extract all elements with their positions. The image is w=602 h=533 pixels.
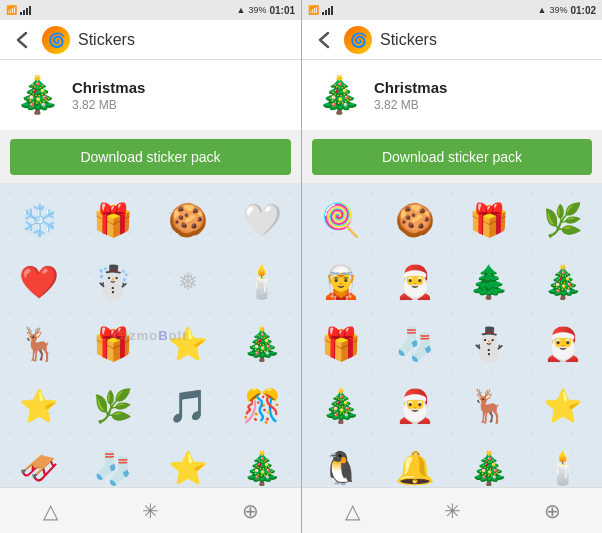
ornament-icon: ⊕ — [242, 499, 259, 523]
sticker-pack-size-right: 3.82 MB — [374, 98, 590, 112]
list-item: ❄️ — [4, 191, 74, 249]
list-item: ❅ — [153, 253, 223, 311]
status-left-right: 📶 — [308, 5, 333, 15]
status-left: 📶 — [6, 5, 31, 15]
list-item: 🍭 — [306, 191, 376, 249]
app-bar-title-left: Stickers — [78, 31, 135, 49]
nav-home-right[interactable]: △ — [332, 491, 372, 531]
list-item: 🎁 — [454, 191, 524, 249]
sticker-pack-name-left: Christmas — [72, 79, 289, 96]
back-button-left[interactable] — [10, 28, 34, 52]
list-item: 🕯️ — [227, 253, 297, 311]
status-time-right: 01:02 — [570, 5, 596, 16]
sim-icon-right: 📶 — [308, 5, 319, 15]
app-bar-right: 🌀 Stickers — [302, 20, 602, 60]
sim-icon: 📶 — [6, 5, 17, 15]
list-item: 🐧 — [306, 439, 376, 487]
back-button-right[interactable] — [312, 28, 336, 52]
list-item: 🌿 — [528, 191, 598, 249]
phone-panel-right: 📶 ▲ 39% 01:02 🌀 Stickers 🎄 Chris — [301, 0, 602, 533]
list-item: 🎅 — [528, 315, 598, 373]
list-item: 🍪 — [153, 191, 223, 249]
status-bar-left: 📶 ▲ 39% 01:01 — [0, 0, 301, 20]
list-item: 🦌 — [454, 377, 524, 435]
signal-bars-right — [322, 5, 333, 15]
status-right: ▲ 39% 01:01 — [236, 5, 295, 16]
list-item: 🛷 — [4, 439, 74, 487]
sticker-grid-area-right: 🍭 🍪 🎁 🌿 🧝 🎅 🌲 🎄 🎁 🧦 ⛄ 🎅 🎄 🎅 🦌 ⭐ 🐧 🔔 🎄 🕯️ — [302, 183, 602, 487]
nav-stickers-right[interactable]: ✳ — [432, 491, 472, 531]
list-item: 🎵 — [153, 377, 223, 435]
nav-settings-right[interactable]: ⊕ — [532, 491, 572, 531]
list-item: 🔔 — [380, 439, 450, 487]
christmas-tree-icon-left: 🎄 — [12, 70, 62, 120]
list-item: ⭐ — [153, 439, 223, 487]
list-item: ⭐ — [153, 315, 223, 373]
signal-bars — [20, 5, 31, 15]
status-right-right: ▲ 39% 01:02 — [537, 5, 596, 16]
list-item: 🦌 — [4, 315, 74, 373]
list-item: 🎁 — [78, 315, 148, 373]
app-bar-left: 🌀 Stickers — [0, 20, 301, 60]
sticker-pack-name-right: Christmas — [374, 79, 590, 96]
download-button-right[interactable]: Download sticker pack — [312, 139, 592, 175]
nav-stickers-left[interactable]: ✳ — [130, 491, 170, 531]
list-item: 🎊 — [227, 377, 297, 435]
christmas-tree-icon-right: 🎄 — [314, 70, 364, 120]
sticker-pack-info-right: Christmas 3.82 MB — [374, 79, 590, 112]
list-item: 🎄 — [528, 253, 598, 311]
snowflake-icon: ✳ — [142, 499, 159, 523]
bottom-nav-right: △ ✳ ⊕ — [302, 487, 602, 533]
list-item: 🎅 — [380, 253, 450, 311]
list-item: 🤍 — [227, 191, 297, 249]
list-item: 🕯️ — [528, 439, 598, 487]
bottom-nav-left: △ ✳ ⊕ — [0, 487, 301, 533]
nav-home-left[interactable]: △ — [30, 491, 70, 531]
triangle-icon-right: △ — [345, 499, 360, 523]
list-item: 🎅 — [380, 377, 450, 435]
sticker-grid-area-left: GizmoBolt ❄️ 🎁 🍪 🤍 ❤️ ☃️ ❅ 🕯️ 🦌 🎁 ⭐ 🎄 ⭐ … — [0, 183, 301, 487]
list-item: ⭐ — [528, 377, 598, 435]
list-item: 🎄 — [306, 377, 376, 435]
list-item: 🌿 — [78, 377, 148, 435]
sticker-pack-card-right: 🎄 Christmas 3.82 MB — [302, 60, 602, 131]
sticker-pack-size-left: 3.82 MB — [72, 98, 289, 112]
app-bar-title-right: Stickers — [380, 31, 437, 49]
sticker-pack-card-left: 🎄 Christmas 3.82 MB — [0, 60, 301, 131]
list-item: 🎄 — [227, 439, 297, 487]
list-item: 🧦 — [78, 439, 148, 487]
status-time: 01:01 — [269, 5, 295, 16]
list-item: 🌲 — [454, 253, 524, 311]
list-item: 🧦 — [380, 315, 450, 373]
triangle-icon: △ — [43, 499, 58, 523]
wifi-icon: ▲ — [236, 5, 245, 15]
sticker-grid-left: ❄️ 🎁 🍪 🤍 ❤️ ☃️ ❅ 🕯️ 🦌 🎁 ⭐ 🎄 ⭐ 🌿 🎵 🎊 🛷 🧦 … — [0, 183, 301, 487]
list-item: 🎁 — [78, 191, 148, 249]
phone-panel-left: 📶 ▲ 39% 01:01 🌀 Stickers 🎄 Chris — [0, 0, 301, 533]
battery-level: 39% — [248, 5, 266, 15]
list-item: ⭐ — [4, 377, 74, 435]
list-item: 🎄 — [454, 439, 524, 487]
download-button-left[interactable]: Download sticker pack — [10, 139, 291, 175]
list-item: ⛄ — [454, 315, 524, 373]
sticker-grid-right: 🍭 🍪 🎁 🌿 🧝 🎅 🌲 🎄 🎁 🧦 ⛄ 🎅 🎄 🎅 🦌 ⭐ 🐧 🔔 🎄 🕯️ — [302, 183, 602, 487]
ornament-icon-right: ⊕ — [544, 499, 561, 523]
status-bar-right: 📶 ▲ 39% 01:02 — [302, 0, 602, 20]
list-item: ☃️ — [78, 253, 148, 311]
list-item: 🎄 — [227, 315, 297, 373]
list-item: 🎁 — [306, 315, 376, 373]
list-item: 🧝 — [306, 253, 376, 311]
battery-level-right: 39% — [549, 5, 567, 15]
snowflake-icon-right: ✳ — [444, 499, 461, 523]
list-item: 🍪 — [380, 191, 450, 249]
list-item: ❤️ — [4, 253, 74, 311]
nav-settings-left[interactable]: ⊕ — [231, 491, 271, 531]
stickers-app-icon-right: 🌀 — [344, 26, 372, 54]
stickers-app-icon-left: 🌀 — [42, 26, 70, 54]
sticker-pack-info-left: Christmas 3.82 MB — [72, 79, 289, 112]
wifi-icon-right: ▲ — [537, 5, 546, 15]
